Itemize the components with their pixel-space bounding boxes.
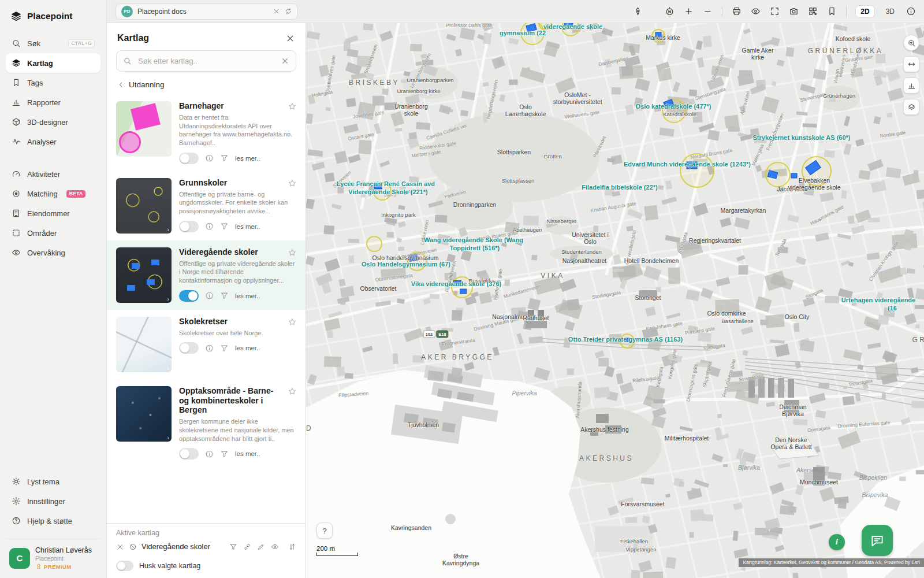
star-icon[interactable]	[288, 387, 297, 396]
sidebar-item[interactable]: Lyst tema	[6, 472, 100, 491]
info-fab-button[interactable]: i	[829, 534, 845, 550]
map-school-label[interactable]: Toppidrett (516*)	[450, 244, 500, 252]
map-school-label[interactable]: Videregående Skole (221*)	[348, 188, 427, 196]
zoom-search-button[interactable]	[903, 35, 919, 51]
remember-layers-toggle[interactable]	[116, 561, 133, 571]
layer-toggle[interactable]	[179, 290, 199, 302]
map-school-label[interactable]: videregående skole	[543, 23, 602, 30]
sidebar-item[interactable]: Innstillinger	[6, 491, 100, 511]
layer-thumbnail[interactable]: ›	[116, 101, 172, 157]
visibility-icon[interactable]	[751, 6, 761, 16]
star-icon[interactable]	[288, 317, 297, 327]
hide-layer-icon[interactable]	[129, 543, 137, 551]
map-school-label[interactable]: Filadelfia bibelskole (22*)	[582, 184, 657, 191]
remove-active-layer-icon[interactable]	[116, 543, 124, 551]
layer-info-icon[interactable]	[205, 154, 214, 162]
map-school-label[interactable]: Wang videregående Skole (Wang	[424, 236, 523, 244]
doc-tab-close-icon[interactable]	[273, 8, 280, 15]
layer-toggle[interactable]	[179, 448, 199, 460]
map-school-label[interactable]: Vika videregående skole (376)	[411, 280, 501, 288]
layer-filter-icon[interactable]	[220, 344, 229, 353]
layer-filter-icon[interactable]	[220, 222, 229, 231]
layer-thumbnail[interactable]: ›	[116, 178, 172, 234]
sidebar-item-matching[interactable]: Matching BETA	[6, 184, 100, 203]
sidebar-item-områder[interactable]: Områder	[6, 223, 100, 243]
active-layer-row[interactable]: Videregående skoler	[116, 542, 296, 551]
sidebar-item-rapporter[interactable]: Rapporter	[6, 92, 100, 112]
draw-pen-icon[interactable]	[633, 6, 643, 16]
map-school-label[interactable]: (16	[888, 305, 897, 312]
map-school-label[interactable]: Oslo Handelsgymnasium (67)	[362, 261, 450, 268]
screenshot-icon[interactable]	[789, 6, 799, 16]
clear-search-icon[interactable]	[281, 57, 289, 65]
sidebar-item-kartlag[interactable]: Kartlag	[6, 53, 100, 73]
compass-icon[interactable]	[665, 6, 675, 16]
search-input[interactable]	[137, 56, 275, 66]
map-school-label[interactable]: Strykejernet kunstskole AS (60*)	[753, 134, 851, 142]
layer-card[interactable]: › Barnehager Data er hentet fra Utdannin…	[107, 94, 305, 171]
fullscreen-icon[interactable]	[770, 6, 780, 16]
layer-card[interactable]: › Opptaksområde - Barne- og kombinertesk…	[107, 379, 305, 467]
layer-info-icon[interactable]	[205, 222, 214, 231]
star-icon[interactable]	[288, 102, 297, 111]
info-icon[interactable]	[906, 6, 916, 16]
doc-tab-sync-icon[interactable]	[285, 8, 292, 15]
sidebar-item-søk[interactable]: Søk CTRL+G	[6, 34, 100, 53]
layer-info-icon[interactable]	[205, 344, 214, 353]
link-icon[interactable]	[243, 543, 251, 551]
layer-filter-icon[interactable]	[220, 154, 229, 162]
print-icon[interactable]	[732, 6, 742, 16]
map-school-label[interactable]: gymnasium (22	[500, 29, 546, 37]
sidebar-item-tags[interactable]: Tags	[6, 73, 100, 92]
layer-card[interactable]: › Videregående skoler Offentlige og priv…	[107, 240, 305, 310]
layer-thumbnail[interactable]: ›	[116, 317, 172, 372]
mode-3d-button[interactable]: 3D	[884, 6, 897, 17]
map[interactable]: Professor Dahls gateHegdehaugsveienGylde…	[306, 23, 924, 578]
map-school-label[interactable]: Otto Treider private gymnas AS (1163)	[568, 336, 683, 343]
layer-visibility-icon[interactable]	[271, 543, 279, 551]
sort-icon[interactable]	[288, 543, 296, 551]
map-school-label[interactable]: Oslo katedralskole (477*)	[636, 103, 711, 110]
read-more-link[interactable]: les mer..	[235, 223, 260, 230]
layer-toggle[interactable]	[179, 342, 199, 354]
map-school-label[interactable]: Lycée Français René Cassin avd	[337, 180, 435, 188]
sidebar-item-3d-designer[interactable]: 3D-designer	[6, 112, 100, 132]
user-card[interactable]: C Christian Løverås Placepoint PREMIUM	[6, 539, 100, 571]
zoom-out-icon[interactable]	[703, 6, 713, 16]
layer-info-icon[interactable]	[205, 291, 214, 300]
map-school-label[interactable]: Edvard Munch videregående skole (1243*)	[624, 161, 751, 168]
qr-code-icon[interactable]	[808, 6, 818, 16]
read-more-link[interactable]: les mer..	[235, 450, 260, 457]
help-button[interactable]: ?	[316, 523, 333, 539]
layer-info-icon[interactable]	[205, 450, 214, 458]
sidebar-item-eiendommer[interactable]: Eiendommer	[6, 203, 100, 223]
statistics-button[interactable]	[903, 77, 919, 94]
brand[interactable]: Placepoint	[6, 9, 100, 34]
layer-filter-icon[interactable]	[220, 291, 229, 300]
sidebar-item-analyser[interactable]: Analyser	[6, 132, 100, 151]
layer-card[interactable]: › Skolekretser Skolekretser over hele No…	[107, 310, 305, 379]
doc-tab[interactable]: PD Placepoint docs	[116, 3, 298, 20]
read-more-link[interactable]: les mer..	[235, 155, 260, 162]
star-icon[interactable]	[288, 248, 297, 257]
map-school-label[interactable]: Urtehagen videregående	[841, 297, 915, 304]
sidebar-item-overvåking[interactable]: Overvåking	[6, 243, 100, 262]
mode-2d-button[interactable]: 2D	[856, 6, 874, 17]
zoom-in-icon[interactable]	[684, 6, 694, 16]
breadcrumb-back[interactable]: Utdanning	[107, 76, 305, 94]
layer-toggle[interactable]	[179, 153, 199, 164]
edit-icon[interactable]	[257, 543, 265, 551]
read-more-link[interactable]: les mer..	[235, 292, 260, 299]
layer-thumbnail[interactable]: ›	[116, 247, 172, 303]
filter-icon[interactable]	[229, 543, 237, 551]
read-more-link[interactable]: les mer..	[235, 344, 260, 351]
sidebar-item-aktiviteter[interactable]: Aktiviteter	[6, 164, 100, 184]
sidebar-item[interactable]: Hjelp & støtte	[6, 511, 100, 531]
layer-card[interactable]: › Grunnskoler Offentlige og private barn…	[107, 171, 305, 240]
layer-filter-icon[interactable]	[220, 450, 229, 458]
layer-toggle[interactable]	[179, 221, 199, 232]
layers-button[interactable]	[903, 99, 919, 115]
compare-button[interactable]	[903, 56, 919, 72]
bookmark-icon[interactable]	[827, 6, 837, 16]
layer-thumbnail[interactable]: ›	[116, 386, 172, 442]
